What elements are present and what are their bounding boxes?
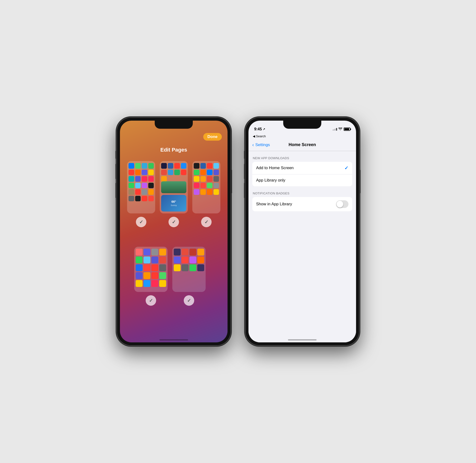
app-icon: [148, 196, 154, 202]
app-icon: [128, 189, 134, 195]
app-icon: [197, 249, 204, 256]
app-icon: [151, 272, 158, 279]
app-icon: [168, 170, 173, 175]
page-check-5[interactable]: [184, 295, 194, 306]
app-icon: [214, 189, 219, 195]
app-icon: [214, 163, 219, 169]
status-icons: [333, 127, 350, 131]
app-icon: [174, 257, 181, 263]
toggle-knob: [337, 201, 343, 207]
show-in-app-library-row[interactable]: Show in App Library: [252, 197, 352, 211]
left-iphone-frame: Done Edit Pages: [117, 117, 231, 346]
app-icon: [174, 170, 180, 175]
location-arrow-icon: ↗: [263, 127, 265, 131]
app-icon: [148, 170, 154, 175]
nav-bar: ‹ Settings Home Screen: [249, 139, 356, 151]
app-icon: [197, 257, 204, 263]
pages-row-1: 66° Sunny: [127, 161, 220, 227]
app-icon: [135, 196, 141, 202]
app-icon: [200, 163, 206, 169]
app-icon: [148, 163, 154, 169]
page-check-2[interactable]: [169, 217, 179, 227]
page-thumb-1[interactable]: [127, 161, 155, 214]
app-icon: [135, 183, 141, 188]
volume-down-button-right[interactable]: [244, 183, 245, 198]
app-icon: [200, 183, 206, 188]
volume-down-button[interactable]: [116, 183, 117, 198]
app-icon: [142, 176, 147, 182]
phones-container: Done Edit Pages: [0, 108, 476, 355]
page-check-1[interactable]: [136, 217, 146, 227]
app-icon: [168, 163, 173, 169]
mute-button[interactable]: [116, 151, 117, 159]
home-indicator: [160, 339, 188, 340]
mute-button-right[interactable]: [244, 151, 245, 159]
app-icon: [142, 170, 147, 175]
done-button[interactable]: Done: [203, 133, 222, 141]
app-icon: [207, 189, 213, 195]
app-icon: [159, 257, 166, 263]
app-icon: [135, 170, 141, 175]
app-icon: [159, 272, 166, 279]
power-button-right[interactable]: [359, 170, 360, 193]
add-to-home-screen-row[interactable]: Add to Home Screen ✓: [252, 162, 352, 174]
home-indicator-right: [288, 339, 316, 340]
section-header-notification: NOTIFICATION BADGES: [249, 186, 356, 197]
app-icon: [142, 189, 147, 195]
app-icon: [194, 170, 199, 175]
app-icon: [136, 280, 143, 287]
volume-up-button[interactable]: [116, 164, 117, 179]
add-to-home-screen-label: Add to Home Screen: [256, 166, 344, 170]
page-title: Home Screen: [288, 142, 316, 147]
signal-icon: [333, 128, 337, 131]
page-check-3[interactable]: [201, 217, 212, 227]
app-icon: [182, 264, 189, 271]
app-icon: [128, 196, 134, 202]
app-icon: [200, 176, 206, 182]
edit-pages-screen: Done Edit Pages: [120, 121, 227, 342]
show-in-app-library-toggle[interactable]: [336, 200, 349, 208]
app-icon: [148, 176, 154, 182]
back-button[interactable]: ‹ Settings: [252, 142, 270, 148]
app-icon: [161, 163, 167, 169]
page-thumb-3[interactable]: [192, 161, 220, 214]
notch: [155, 121, 193, 129]
app-icon: [207, 176, 213, 182]
page-thumb-5[interactable]: [172, 247, 206, 292]
app-icon: [142, 163, 147, 169]
app-icon: [148, 189, 154, 195]
wifi-icon: [338, 127, 342, 131]
page-check-4[interactable]: [146, 295, 156, 306]
app-icon: [181, 163, 187, 169]
app-icon: [214, 170, 219, 175]
app-icon: [214, 183, 219, 188]
app-icon: [142, 183, 147, 188]
page-thumb-4[interactable]: [134, 247, 168, 292]
app-icon: [128, 170, 134, 175]
app-icon: [214, 176, 219, 182]
app-library-only-row[interactable]: App Library only: [252, 174, 352, 186]
app-icon: [194, 189, 199, 195]
app-icon: [200, 189, 206, 195]
notification-badges-group: Show in App Library: [252, 197, 352, 211]
app-library-only-label: App Library only: [256, 178, 349, 183]
status-time: 9:45 ↗: [254, 127, 265, 131]
app-icon: [181, 170, 187, 175]
search-back: ◀ Search: [253, 134, 266, 138]
app-icon: [189, 264, 196, 271]
back-chevron-icon: ‹: [252, 142, 254, 148]
app-icon: [151, 257, 158, 263]
app-icon: [174, 249, 181, 256]
section-header-new-app: NEW APP DOWNLOADS: [249, 151, 356, 162]
app-icon: [135, 189, 141, 195]
power-button[interactable]: [231, 170, 232, 193]
app-icon: [161, 170, 167, 175]
volume-up-button-right[interactable]: [244, 164, 245, 179]
app-icon: [144, 249, 150, 256]
right-iphone-frame: 9:45 ↗: [245, 117, 359, 346]
app-icon: [159, 249, 166, 256]
app-icon: [135, 163, 141, 169]
back-label: Settings: [255, 142, 270, 147]
page-thumb-2[interactable]: 66° Sunny: [160, 161, 188, 214]
app-icon: [200, 170, 206, 175]
